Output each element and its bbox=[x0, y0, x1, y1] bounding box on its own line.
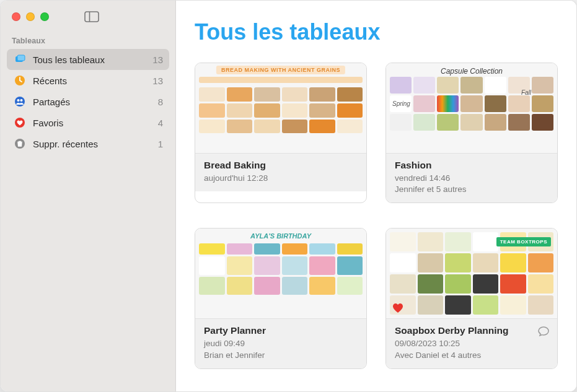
sidebar-item-favorites[interactable]: Favoris 4 bbox=[7, 112, 169, 133]
board-title: Fashion bbox=[395, 160, 548, 171]
thumb-banner: BREAD MAKING WITH ANCIENT GRAINS bbox=[216, 66, 345, 74]
board-thumbnail: AYLA'S BIRTHDAY bbox=[195, 229, 366, 318]
sidebar-item-label: Favoris bbox=[33, 118, 152, 128]
heart-icon bbox=[13, 116, 27, 129]
sidebar-item-count: 13 bbox=[152, 54, 163, 65]
thumb-banner: TEAM BOXTROPS bbox=[496, 237, 551, 246]
sidebar-item-label: Partagés bbox=[33, 97, 152, 107]
board-people: Brian et Jennifer bbox=[204, 350, 358, 361]
sidebar-item-all[interactable]: Tous les tableaux 13 bbox=[7, 49, 169, 70]
thumb-banner: AYLA'S BIRTHDAY bbox=[250, 232, 311, 240]
sidebar-item-count: 4 bbox=[158, 118, 163, 128]
people-icon bbox=[13, 95, 27, 108]
board-people: Jennifer et 5 autres bbox=[395, 184, 548, 195]
zoom-window-button[interactable] bbox=[40, 12, 49, 21]
main-content: Tous les tableaux BREAD MAKING WITH ANCI… bbox=[176, 1, 576, 391]
toggle-sidebar-button[interactable] bbox=[81, 8, 103, 25]
sidebar-item-count: 8 bbox=[158, 97, 163, 107]
sidebar-item-count: 13 bbox=[152, 76, 163, 86]
board-title: Soapbox Derby Planning bbox=[395, 325, 548, 336]
favorite-heart-icon bbox=[391, 301, 405, 315]
window-controls bbox=[12, 12, 49, 21]
board-thumbnail: TEAM BOXTROPS bbox=[386, 229, 557, 318]
sidebar-list: Tous les tableaux 13 Récents 13 Partagés… bbox=[1, 49, 175, 154]
svg-rect-0 bbox=[85, 12, 99, 22]
board-meta: Soapbox Derby Planning 09/08/2023 10:25 … bbox=[386, 318, 557, 368]
app-window: Tableaux Tous les tableaux 13 Récents 13 bbox=[0, 0, 577, 392]
board-date: aujourd'hui 12:28 bbox=[204, 173, 358, 184]
trash-icon bbox=[13, 137, 27, 150]
board-title: Bread Baking bbox=[204, 160, 358, 171]
sidebar-section-label: Tableaux bbox=[1, 33, 175, 49]
thumb-label-right: Fall bbox=[521, 89, 531, 96]
board-card[interactable]: Capsule Collection Spring Fall Fashion v… bbox=[385, 63, 558, 203]
sidebar-item-label: Suppr. récentes bbox=[33, 139, 152, 149]
board-people: Avec Daniel et 4 autres bbox=[395, 350, 548, 361]
titlebar bbox=[1, 1, 175, 33]
thumb-banner: Capsule Collection bbox=[441, 67, 503, 76]
sidebar-icon bbox=[84, 11, 99, 22]
sidebar: Tableaux Tous les tableaux 13 Récents 13 bbox=[1, 1, 176, 391]
board-date: vendredi 14:46 bbox=[395, 173, 548, 184]
board-meta: Bread Baking aujourd'hui 12:28 bbox=[195, 153, 366, 191]
sidebar-item-label: Récents bbox=[33, 76, 146, 86]
svg-point-7 bbox=[20, 99, 23, 102]
sidebar-item-recents[interactable]: Récents 13 bbox=[7, 70, 169, 91]
sidebar-item-trash[interactable]: Suppr. récentes 1 bbox=[7, 133, 169, 154]
svg-point-6 bbox=[17, 99, 20, 102]
sidebar-item-shared[interactable]: Partagés 8 bbox=[7, 91, 169, 112]
clock-icon bbox=[13, 74, 27, 87]
board-card[interactable]: TEAM BOXTROPS Soapbox Derby bbox=[385, 228, 558, 368]
svg-point-5 bbox=[15, 97, 25, 107]
svg-rect-3 bbox=[17, 55, 25, 61]
board-date: 09/08/2023 10:25 bbox=[395, 338, 548, 349]
board-card[interactable]: AYLA'S BIRTHDAY Party Planner jeudi 09:4… bbox=[195, 228, 367, 368]
sidebar-item-count: 1 bbox=[158, 139, 163, 149]
thumb-label-left: Spring bbox=[392, 100, 410, 107]
sidebar-item-label: Tous les tableaux bbox=[33, 54, 146, 65]
board-meta: Fashion vendredi 14:46 Jennifer et 5 aut… bbox=[386, 153, 557, 203]
board-thumbnail: Capsule Collection Spring Fall bbox=[386, 63, 557, 153]
chat-icon bbox=[537, 325, 550, 340]
board-card[interactable]: BREAD MAKING WITH ANCIENT GRAINS Bread B… bbox=[195, 63, 367, 203]
board-meta: Party Planner jeudi 09:49 Brian et Jenni… bbox=[195, 318, 366, 368]
board-thumbnail: BREAD MAKING WITH ANCIENT GRAINS bbox=[195, 63, 366, 153]
board-icon bbox=[13, 53, 27, 66]
board-grid: BREAD MAKING WITH ANCIENT GRAINS Bread B… bbox=[195, 63, 558, 369]
board-date: jeudi 09:49 bbox=[204, 338, 358, 349]
close-window-button[interactable] bbox=[12, 12, 20, 21]
minimize-window-button[interactable] bbox=[26, 12, 35, 21]
page-title: Tous les tableaux bbox=[195, 19, 558, 45]
board-title: Party Planner bbox=[204, 325, 358, 336]
